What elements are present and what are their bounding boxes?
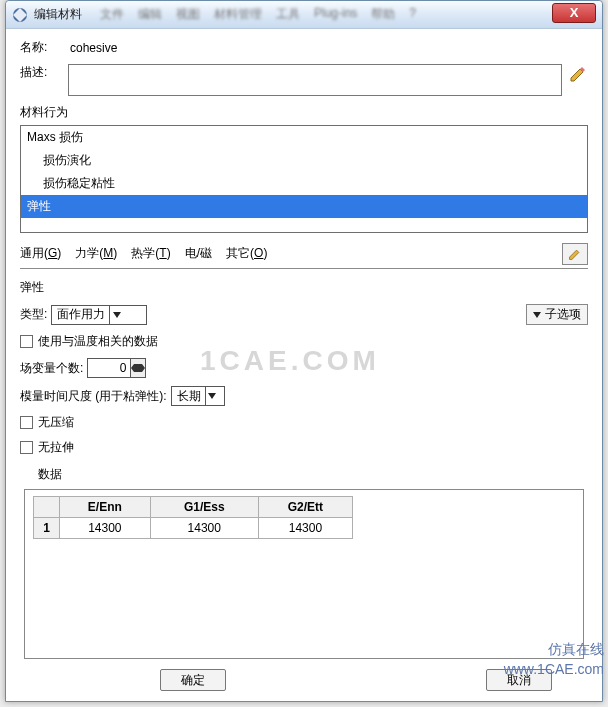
app-icon bbox=[12, 7, 28, 23]
titlebar: 编辑材料 文件 编辑 视图 材料管理 工具 Plug-ins 帮助 ? X bbox=[6, 1, 602, 29]
chevron-down-icon bbox=[205, 387, 219, 405]
corner-cell bbox=[34, 497, 60, 518]
time-scale-value: 长期 bbox=[177, 388, 201, 405]
behavior-label: 材料行为 bbox=[20, 104, 588, 121]
cell[interactable]: 14300 bbox=[150, 518, 258, 539]
close-button[interactable]: X bbox=[552, 3, 596, 23]
cell[interactable]: 14300 bbox=[60, 518, 151, 539]
time-scale-select[interactable]: 长期 bbox=[171, 386, 225, 406]
menu-item: 视图 bbox=[176, 6, 200, 23]
tab-mechanical[interactable]: 力学(M) bbox=[75, 245, 117, 262]
data-label: 数据 bbox=[20, 466, 588, 483]
name-label: 名称: bbox=[20, 39, 66, 56]
menu-item: 帮助 bbox=[371, 6, 395, 23]
no-tension-checkbox[interactable] bbox=[20, 441, 33, 454]
cancel-button[interactable]: 取消 bbox=[486, 669, 552, 691]
col-header: G2/Ett bbox=[258, 497, 352, 518]
ok-button[interactable]: 确定 bbox=[160, 669, 226, 691]
menu-item: 材料管理 bbox=[214, 6, 262, 23]
behavior-item[interactable]: 损伤演化 bbox=[21, 149, 587, 172]
data-table[interactable]: E/Enn G1/Ess G2/Ett 1 14300 14300 14300 bbox=[33, 496, 353, 539]
menu-item: ? bbox=[409, 6, 416, 23]
tab-general[interactable]: 通用(G) bbox=[20, 245, 61, 262]
tab-thermal[interactable]: 热学(T) bbox=[131, 245, 170, 262]
elastic-heading: 弹性 bbox=[20, 279, 588, 296]
close-icon: X bbox=[570, 5, 579, 20]
spinner-down[interactable] bbox=[131, 368, 145, 377]
field-vars-input[interactable] bbox=[87, 358, 131, 378]
menu-item: 工具 bbox=[276, 6, 300, 23]
behavior-item[interactable]: 损伤稳定粘性 bbox=[21, 172, 587, 195]
tab-em[interactable]: 电/磁 bbox=[185, 245, 212, 262]
temp-dependent-checkbox[interactable] bbox=[20, 335, 33, 348]
field-vars-label: 场变量个数: bbox=[20, 360, 83, 377]
row-number: 1 bbox=[34, 518, 60, 539]
no-tension-label: 无拉伸 bbox=[38, 439, 74, 456]
sub-options-label: 子选项 bbox=[545, 306, 581, 323]
menubar: 文件 编辑 视图 材料管理 工具 Plug-ins 帮助 ? bbox=[100, 6, 416, 23]
temp-dependent-label: 使用与温度相关的数据 bbox=[38, 333, 158, 350]
description-label: 描述: bbox=[20, 64, 66, 81]
chevron-down-icon bbox=[533, 312, 541, 318]
edit-behavior-button[interactable] bbox=[562, 243, 588, 265]
dialog-content: 名称: cohesive 描述: 材料行为 Maxs 损伤 损伤演化 损伤稳定粘… bbox=[6, 29, 602, 701]
behavior-list[interactable]: Maxs 损伤 损伤演化 损伤稳定粘性 弹性 bbox=[20, 125, 588, 233]
window-title: 编辑材料 bbox=[34, 6, 82, 23]
no-compression-label: 无压缩 bbox=[38, 414, 74, 431]
time-scale-label: 模量时间尺度 (用于粘弹性): bbox=[20, 388, 167, 405]
type-select[interactable]: 面作用力 bbox=[51, 305, 147, 325]
behavior-item[interactable]: Maxs 损伤 bbox=[21, 126, 587, 149]
no-compression-checkbox[interactable] bbox=[20, 416, 33, 429]
table-row[interactable]: 1 14300 14300 14300 bbox=[34, 518, 353, 539]
menu-item: Plug-ins bbox=[314, 6, 357, 23]
type-value: 面作用力 bbox=[57, 306, 105, 323]
spinner-up[interactable] bbox=[131, 359, 145, 368]
dialog-window: 编辑材料 文件 编辑 视图 材料管理 工具 Plug-ins 帮助 ? X 名称… bbox=[5, 0, 603, 702]
type-label: 类型: bbox=[20, 306, 47, 323]
description-input[interactable] bbox=[68, 64, 562, 96]
tab-other[interactable]: 其它(O) bbox=[226, 245, 267, 262]
sub-options-button[interactable]: 子选项 bbox=[526, 304, 588, 325]
menu-item: 编辑 bbox=[138, 6, 162, 23]
menu-item: 文件 bbox=[100, 6, 124, 23]
edit-description-button[interactable] bbox=[568, 64, 588, 84]
col-header: G1/Ess bbox=[150, 497, 258, 518]
category-tabs: 通用(G) 力学(M) 热学(T) 电/磁 其它(O) bbox=[20, 245, 588, 269]
behavior-item-selected[interactable]: 弹性 bbox=[21, 195, 587, 218]
col-header: E/Enn bbox=[60, 497, 151, 518]
cell[interactable]: 14300 bbox=[258, 518, 352, 539]
data-box: E/Enn G1/Ess G2/Ett 1 14300 14300 14300 bbox=[24, 489, 584, 659]
chevron-down-icon bbox=[109, 306, 123, 324]
name-value: cohesive bbox=[70, 41, 117, 55]
